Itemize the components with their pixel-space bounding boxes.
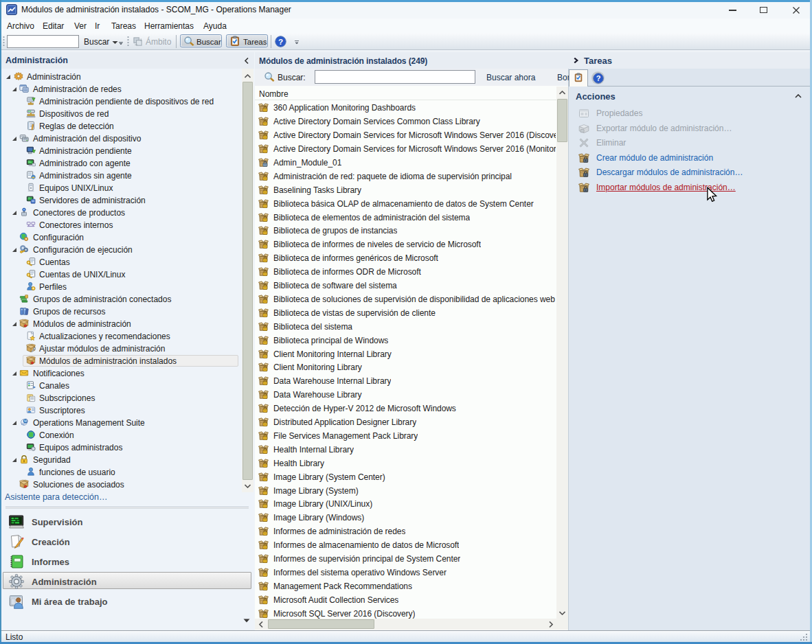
svg-text:?: ? (596, 73, 600, 82)
svg-text:M: M (24, 419, 27, 423)
svg-text:?: ? (278, 37, 283, 46)
